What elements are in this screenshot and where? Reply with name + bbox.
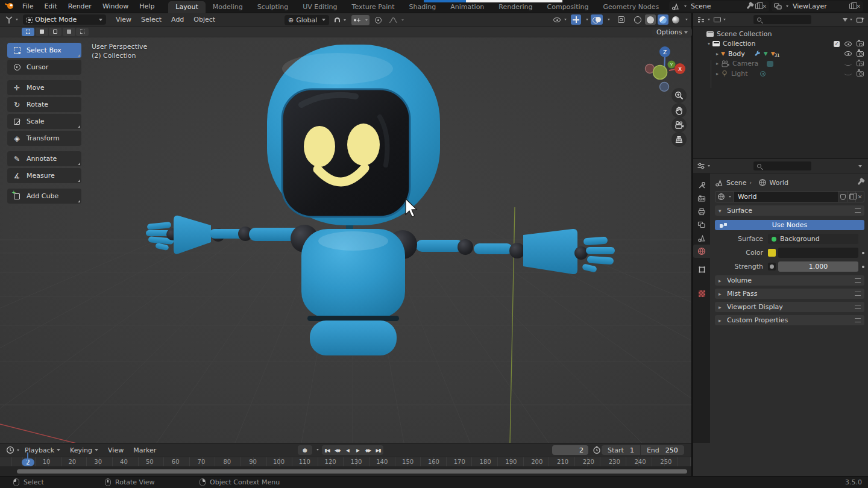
tool-measure[interactable]: ∡Measure bbox=[7, 168, 81, 183]
marker-menu[interactable]: Marker bbox=[129, 446, 160, 454]
panel-menu-icon[interactable] bbox=[855, 305, 861, 309]
disclosure-triangle-icon[interactable]: ▸ bbox=[714, 71, 721, 77]
topbar-menu-item[interactable]: Render bbox=[63, 0, 97, 13]
playback-button[interactable]: ▮◀ bbox=[322, 445, 332, 455]
animate-dot-icon[interactable] bbox=[862, 266, 864, 268]
topbar-menu-item[interactable]: Help bbox=[134, 0, 160, 13]
color-field[interactable] bbox=[778, 248, 858, 258]
playback-button[interactable]: ◆▶ bbox=[363, 445, 373, 455]
chevron-down-icon[interactable] bbox=[608, 19, 610, 20]
panel-menu-icon[interactable] bbox=[855, 292, 861, 296]
surface-shader-field[interactable]: Background bbox=[768, 234, 858, 244]
outliner-row-scene-collection[interactable]: Scene Collection bbox=[693, 29, 868, 39]
panel-menu-icon[interactable] bbox=[855, 318, 861, 322]
outliner-filter-type-button[interactable] bbox=[714, 17, 726, 22]
proportional-falloff-button[interactable] bbox=[387, 15, 406, 25]
zoom-button[interactable] bbox=[671, 88, 687, 103]
color-swatch[interactable] bbox=[768, 249, 776, 257]
start-frame-field[interactable]: Start 1 bbox=[602, 445, 640, 455]
timeline-scrollbar[interactable] bbox=[17, 469, 687, 474]
disclosure-triangle-icon[interactable]: ▸ bbox=[714, 51, 721, 57]
timeline-ruler[interactable]: 1020304050607080901001101201301401501601… bbox=[0, 457, 691, 466]
panel-menu-icon[interactable] bbox=[855, 278, 861, 283]
viewport-menu-item[interactable]: Object bbox=[189, 16, 220, 23]
disable-in-render-toggle[interactable] bbox=[857, 41, 864, 46]
solid-shading-button[interactable] bbox=[645, 14, 656, 25]
select-mode-extend-button[interactable] bbox=[36, 28, 48, 36]
tool-scale[interactable]: Scale bbox=[7, 114, 81, 129]
blender-logo-icon[interactable] bbox=[5, 1, 14, 11]
tool-annotate[interactable]: ✎Annotate bbox=[7, 151, 81, 166]
mode-dropdown[interactable]: Object Mode bbox=[23, 14, 106, 25]
playback-button[interactable]: ◀ bbox=[342, 445, 353, 455]
proportional-editing-button[interactable] bbox=[373, 15, 383, 25]
chevron-down-icon[interactable] bbox=[685, 19, 688, 20]
show-gizmo-button[interactable] bbox=[571, 14, 581, 25]
outliner-row-collection[interactable]: ▾ Collection ✓ bbox=[693, 39, 868, 49]
auto-keying-button[interactable]: ● bbox=[298, 445, 312, 455]
topbar-menu-item[interactable]: File bbox=[17, 0, 39, 13]
gizmo-neg-z-ball[interactable] bbox=[660, 83, 669, 92]
workspace-tab[interactable]: Texture Paint bbox=[345, 1, 402, 13]
keying-menu[interactable]: Keying bbox=[66, 446, 102, 454]
tab-texture[interactable] bbox=[693, 287, 710, 300]
tab-object[interactable] bbox=[693, 263, 710, 276]
rendered-shading-button[interactable] bbox=[670, 14, 681, 25]
end-frame-field[interactable]: End 250 bbox=[640, 445, 684, 455]
toggle-xray-button[interactable] bbox=[616, 14, 626, 25]
tab-world[interactable] bbox=[693, 245, 710, 258]
workspace-tab[interactable]: Animation bbox=[443, 1, 491, 13]
mist-pass-panel-header[interactable]: ▸Mist Pass bbox=[715, 289, 864, 299]
outliner-display-mode-button[interactable] bbox=[697, 16, 710, 23]
tab-scene[interactable] bbox=[693, 231, 710, 245]
strength-toggle-icon[interactable] bbox=[768, 263, 776, 271]
hide-in-viewport-toggle-off[interactable] bbox=[844, 62, 852, 66]
robot-head[interactable] bbox=[267, 45, 440, 225]
tool-move[interactable]: ✛Move bbox=[7, 80, 81, 95]
hide-in-viewport-toggle[interactable] bbox=[844, 51, 852, 56]
workspace-tab[interactable]: Shading bbox=[402, 1, 444, 13]
unlink-world-button[interactable]: ✕ bbox=[856, 191, 864, 202]
surface-panel-header[interactable]: ▾ Surface bbox=[715, 205, 864, 216]
properties-editor-type-button[interactable] bbox=[697, 162, 710, 170]
show-overlays-button[interactable] bbox=[591, 14, 603, 25]
hide-in-viewport-toggle-off[interactable] bbox=[844, 72, 852, 75]
snap-toggle-button[interactable] bbox=[333, 15, 348, 25]
tool-select-box[interactable]: Select Box bbox=[7, 43, 81, 58]
playback-button[interactable]: ▶ bbox=[353, 445, 363, 455]
object-visibility-button[interactable] bbox=[552, 14, 568, 25]
playback-button[interactable]: ◀◆ bbox=[332, 445, 342, 455]
workspace-tab[interactable]: Sculpting bbox=[250, 1, 295, 13]
camera-view-button[interactable] bbox=[671, 117, 687, 133]
breadcrumb-scene[interactable]: Scene bbox=[726, 179, 747, 187]
orientation-dropdown[interactable]: ⊕ Global bbox=[285, 15, 329, 25]
select-mode-subtract-button[interactable] bbox=[49, 28, 61, 36]
view-menu[interactable]: View bbox=[104, 446, 128, 454]
properties-search-input[interactable] bbox=[753, 161, 811, 170]
toggle-ortho-button[interactable] bbox=[671, 132, 687, 147]
new-world-button[interactable] bbox=[848, 191, 856, 202]
material-preview-button[interactable] bbox=[658, 14, 668, 25]
3d-viewport[interactable]: User Perspective (2) Collection Select B… bbox=[0, 37, 691, 443]
hide-in-viewport-toggle[interactable] bbox=[844, 42, 852, 46]
playhead-line[interactable] bbox=[27, 452, 28, 462]
pin-icon[interactable] bbox=[747, 4, 751, 8]
options-dropdown[interactable]: Options bbox=[652, 28, 692, 37]
select-mode-intersect-button[interactable] bbox=[76, 28, 89, 36]
tool-cursor[interactable]: Cursor bbox=[7, 60, 81, 75]
current-frame-field[interactable]: 2 bbox=[552, 445, 588, 455]
chevron-down-icon[interactable] bbox=[316, 449, 319, 451]
wireframe-shading-button[interactable] bbox=[632, 14, 643, 25]
breadcrumb-world[interactable]: World bbox=[770, 179, 789, 187]
new-viewlayer-icon[interactable] bbox=[849, 4, 854, 9]
pan-button[interactable] bbox=[671, 103, 687, 118]
panel-menu-icon[interactable] bbox=[855, 208, 861, 213]
editor-type-button[interactable] bbox=[0, 16, 20, 24]
browse-world-button[interactable] bbox=[715, 191, 734, 202]
tab-tool[interactable] bbox=[693, 178, 710, 192]
tab-output[interactable] bbox=[693, 205, 710, 218]
workspace-tab[interactable]: Geometry Nodes bbox=[596, 1, 666, 13]
select-mode-invert-button[interactable] bbox=[63, 28, 75, 36]
tool-rotate[interactable]: ↻Rotate bbox=[7, 97, 81, 112]
outliner-search-input[interactable] bbox=[753, 15, 811, 24]
